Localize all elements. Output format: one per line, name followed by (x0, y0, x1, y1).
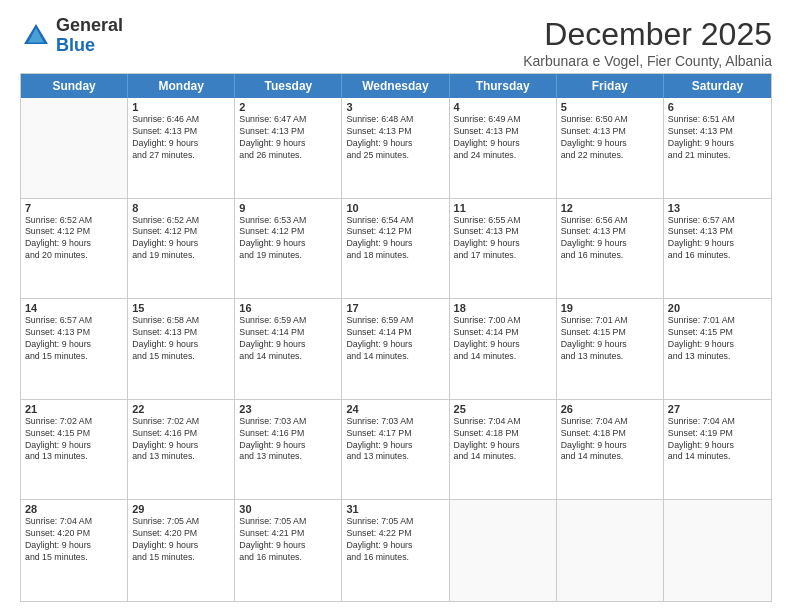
day-info: Sunrise: 7:05 AM Sunset: 4:22 PM Dayligh… (346, 516, 444, 564)
cal-cell: 2Sunrise: 6:47 AM Sunset: 4:13 PM Daylig… (235, 98, 342, 198)
logo-blue: Blue (56, 35, 95, 55)
day-number: 30 (239, 503, 337, 515)
cal-cell: 15Sunrise: 6:58 AM Sunset: 4:13 PM Dayli… (128, 299, 235, 399)
day-number: 9 (239, 202, 337, 214)
calendar: SundayMondayTuesdayWednesdayThursdayFrid… (20, 73, 772, 602)
day-number: 11 (454, 202, 552, 214)
day-info: Sunrise: 6:47 AM Sunset: 4:13 PM Dayligh… (239, 114, 337, 162)
logo: General Blue (20, 16, 123, 56)
cal-cell: 10Sunrise: 6:54 AM Sunset: 4:12 PM Dayli… (342, 199, 449, 299)
day-info: Sunrise: 7:03 AM Sunset: 4:16 PM Dayligh… (239, 416, 337, 464)
day-number: 23 (239, 403, 337, 415)
day-info: Sunrise: 6:51 AM Sunset: 4:13 PM Dayligh… (668, 114, 767, 162)
cal-cell (450, 500, 557, 601)
day-number: 14 (25, 302, 123, 314)
day-info: Sunrise: 6:56 AM Sunset: 4:13 PM Dayligh… (561, 215, 659, 263)
header-day-friday: Friday (557, 74, 664, 98)
cal-cell: 30Sunrise: 7:05 AM Sunset: 4:21 PM Dayli… (235, 500, 342, 601)
day-info: Sunrise: 7:05 AM Sunset: 4:21 PM Dayligh… (239, 516, 337, 564)
cal-cell: 6Sunrise: 6:51 AM Sunset: 4:13 PM Daylig… (664, 98, 771, 198)
day-number: 5 (561, 101, 659, 113)
day-info: Sunrise: 6:59 AM Sunset: 4:14 PM Dayligh… (346, 315, 444, 363)
day-info: Sunrise: 6:57 AM Sunset: 4:13 PM Dayligh… (668, 215, 767, 263)
day-number: 28 (25, 503, 123, 515)
cal-cell (21, 98, 128, 198)
location-subtitle: Karbunara e Vogel, Fier County, Albania (523, 53, 772, 69)
day-number: 20 (668, 302, 767, 314)
page: General Blue December 2025 Karbunara e V… (0, 0, 792, 612)
week-row-0: 1Sunrise: 6:46 AM Sunset: 4:13 PM Daylig… (21, 98, 771, 199)
week-row-4: 28Sunrise: 7:04 AM Sunset: 4:20 PM Dayli… (21, 500, 771, 601)
day-info: Sunrise: 6:50 AM Sunset: 4:13 PM Dayligh… (561, 114, 659, 162)
header-day-monday: Monday (128, 74, 235, 98)
cal-cell: 9Sunrise: 6:53 AM Sunset: 4:12 PM Daylig… (235, 199, 342, 299)
cal-cell (664, 500, 771, 601)
header-day-saturday: Saturday (664, 74, 771, 98)
day-info: Sunrise: 7:03 AM Sunset: 4:17 PM Dayligh… (346, 416, 444, 464)
cal-cell: 4Sunrise: 6:49 AM Sunset: 4:13 PM Daylig… (450, 98, 557, 198)
week-row-3: 21Sunrise: 7:02 AM Sunset: 4:15 PM Dayli… (21, 400, 771, 501)
day-number: 15 (132, 302, 230, 314)
day-info: Sunrise: 7:00 AM Sunset: 4:14 PM Dayligh… (454, 315, 552, 363)
cal-cell: 18Sunrise: 7:00 AM Sunset: 4:14 PM Dayli… (450, 299, 557, 399)
month-title: December 2025 (523, 16, 772, 53)
cal-cell: 19Sunrise: 7:01 AM Sunset: 4:15 PM Dayli… (557, 299, 664, 399)
day-info: Sunrise: 6:46 AM Sunset: 4:13 PM Dayligh… (132, 114, 230, 162)
cal-cell: 27Sunrise: 7:04 AM Sunset: 4:19 PM Dayli… (664, 400, 771, 500)
title-block: December 2025 Karbunara e Vogel, Fier Co… (523, 16, 772, 69)
day-info: Sunrise: 6:48 AM Sunset: 4:13 PM Dayligh… (346, 114, 444, 162)
day-info: Sunrise: 7:05 AM Sunset: 4:20 PM Dayligh… (132, 516, 230, 564)
cal-cell: 29Sunrise: 7:05 AM Sunset: 4:20 PM Dayli… (128, 500, 235, 601)
cal-cell: 3Sunrise: 6:48 AM Sunset: 4:13 PM Daylig… (342, 98, 449, 198)
cal-cell: 22Sunrise: 7:02 AM Sunset: 4:16 PM Dayli… (128, 400, 235, 500)
day-number: 26 (561, 403, 659, 415)
cal-cell: 26Sunrise: 7:04 AM Sunset: 4:18 PM Dayli… (557, 400, 664, 500)
day-info: Sunrise: 7:02 AM Sunset: 4:15 PM Dayligh… (25, 416, 123, 464)
day-number: 13 (668, 202, 767, 214)
header-day-sunday: Sunday (21, 74, 128, 98)
day-number: 21 (25, 403, 123, 415)
day-info: Sunrise: 7:01 AM Sunset: 4:15 PM Dayligh… (668, 315, 767, 363)
day-number: 7 (25, 202, 123, 214)
day-info: Sunrise: 6:54 AM Sunset: 4:12 PM Dayligh… (346, 215, 444, 263)
header: General Blue December 2025 Karbunara e V… (20, 16, 772, 69)
day-number: 27 (668, 403, 767, 415)
calendar-header: SundayMondayTuesdayWednesdayThursdayFrid… (21, 74, 771, 98)
week-row-1: 7Sunrise: 6:52 AM Sunset: 4:12 PM Daylig… (21, 199, 771, 300)
cal-cell: 23Sunrise: 7:03 AM Sunset: 4:16 PM Dayli… (235, 400, 342, 500)
day-info: Sunrise: 7:04 AM Sunset: 4:19 PM Dayligh… (668, 416, 767, 464)
day-number: 18 (454, 302, 552, 314)
day-number: 8 (132, 202, 230, 214)
day-info: Sunrise: 6:49 AM Sunset: 4:13 PM Dayligh… (454, 114, 552, 162)
day-number: 31 (346, 503, 444, 515)
day-info: Sunrise: 7:04 AM Sunset: 4:18 PM Dayligh… (454, 416, 552, 464)
cal-cell: 28Sunrise: 7:04 AM Sunset: 4:20 PM Dayli… (21, 500, 128, 601)
day-number: 2 (239, 101, 337, 113)
day-info: Sunrise: 7:04 AM Sunset: 4:18 PM Dayligh… (561, 416, 659, 464)
day-info: Sunrise: 6:55 AM Sunset: 4:13 PM Dayligh… (454, 215, 552, 263)
header-day-tuesday: Tuesday (235, 74, 342, 98)
day-info: Sunrise: 6:58 AM Sunset: 4:13 PM Dayligh… (132, 315, 230, 363)
cal-cell: 8Sunrise: 6:52 AM Sunset: 4:12 PM Daylig… (128, 199, 235, 299)
day-number: 3 (346, 101, 444, 113)
day-number: 19 (561, 302, 659, 314)
day-number: 6 (668, 101, 767, 113)
day-number: 4 (454, 101, 552, 113)
cal-cell: 31Sunrise: 7:05 AM Sunset: 4:22 PM Dayli… (342, 500, 449, 601)
logo-text: General Blue (56, 16, 123, 56)
cal-cell: 11Sunrise: 6:55 AM Sunset: 4:13 PM Dayli… (450, 199, 557, 299)
cal-cell: 7Sunrise: 6:52 AM Sunset: 4:12 PM Daylig… (21, 199, 128, 299)
cal-cell: 1Sunrise: 6:46 AM Sunset: 4:13 PM Daylig… (128, 98, 235, 198)
day-info: Sunrise: 6:59 AM Sunset: 4:14 PM Dayligh… (239, 315, 337, 363)
day-info: Sunrise: 7:04 AM Sunset: 4:20 PM Dayligh… (25, 516, 123, 564)
cal-cell: 25Sunrise: 7:04 AM Sunset: 4:18 PM Dayli… (450, 400, 557, 500)
cal-cell: 17Sunrise: 6:59 AM Sunset: 4:14 PM Dayli… (342, 299, 449, 399)
header-day-wednesday: Wednesday (342, 74, 449, 98)
day-number: 25 (454, 403, 552, 415)
day-info: Sunrise: 6:52 AM Sunset: 4:12 PM Dayligh… (25, 215, 123, 263)
logo-icon (20, 20, 52, 52)
header-day-thursday: Thursday (450, 74, 557, 98)
day-number: 17 (346, 302, 444, 314)
cal-cell: 14Sunrise: 6:57 AM Sunset: 4:13 PM Dayli… (21, 299, 128, 399)
cal-cell: 21Sunrise: 7:02 AM Sunset: 4:15 PM Dayli… (21, 400, 128, 500)
